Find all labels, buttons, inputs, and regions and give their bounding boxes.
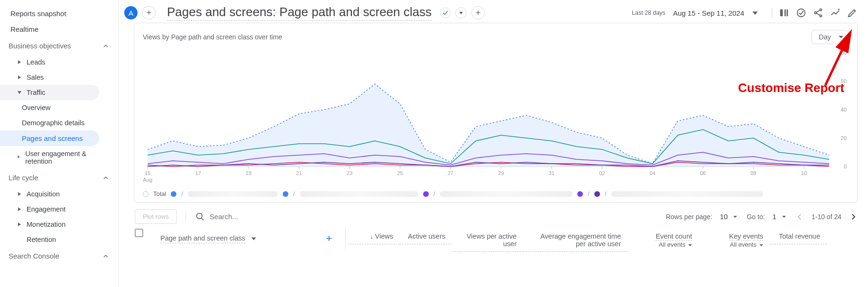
legend-redacted xyxy=(611,191,763,197)
search-icon xyxy=(195,212,205,222)
edit-icon[interactable] xyxy=(847,8,858,18)
main-area: A + Pages and screens: Page path and scr… xyxy=(119,0,868,287)
svg-text:80: 80 xyxy=(840,50,846,56)
add-dimension-button[interactable]: + xyxy=(326,232,337,245)
title-dropdown[interactable] xyxy=(455,7,467,19)
legend-redacted xyxy=(188,191,278,197)
annotation-label: Customise Report xyxy=(738,81,844,95)
th-avg-engagement[interactable]: Average engagement time per active user xyxy=(523,229,628,252)
quality-icon[interactable] xyxy=(796,8,806,18)
svg-text:31: 31 xyxy=(549,170,554,176)
svg-marker-8 xyxy=(752,11,757,15)
sidebar-realtime[interactable]: Realtime xyxy=(0,21,99,37)
sidebar-item-traffic-pages[interactable]: Pages and screens xyxy=(0,130,99,146)
share-icon[interactable] xyxy=(813,8,823,18)
sidebar-group-search-console[interactable]: Search Console xyxy=(0,247,118,265)
svg-text:02: 02 xyxy=(599,170,605,176)
table-header: Page path and screen class + ↓Views Acti… xyxy=(119,224,868,252)
line-chart: 02040608015Aug17192123252729310204060810 xyxy=(143,48,849,185)
caret-right-icon xyxy=(17,75,22,80)
go-to-select[interactable]: 1 xyxy=(773,213,788,221)
svg-point-53 xyxy=(196,213,202,219)
sidebar-item-traffic-overview[interactable]: Overview xyxy=(0,100,99,115)
prev-page-icon[interactable] xyxy=(795,213,804,221)
sidebar-group-business-label: Business objectives xyxy=(9,42,71,50)
chevron-up-icon xyxy=(102,42,110,50)
key-events-filter[interactable]: All events xyxy=(705,241,763,248)
caret-right-icon xyxy=(17,207,22,212)
th-active-users[interactable]: Active users xyxy=(400,229,452,244)
sidebar-group-lifecycle[interactable]: Life cycle xyxy=(0,169,118,186)
table-controls: Plot rows Rows per page: 10 Go to: 1 1-1… xyxy=(119,203,868,224)
sidebar-reports-snapshot[interactable]: Reports snapshot xyxy=(0,6,99,21)
next-page-icon[interactable] xyxy=(849,213,858,221)
chevron-down-icon xyxy=(459,10,463,15)
th-key-events[interactable]: Key events All events xyxy=(699,229,770,252)
segment-avatar[interactable]: A xyxy=(124,6,138,19)
sidebar-item-label: Monetization xyxy=(27,221,65,228)
th-event-count[interactable]: Event count All events xyxy=(628,229,699,252)
select-all-checkbox[interactable] xyxy=(135,229,143,237)
sidebar-item-retention[interactable]: Retention xyxy=(0,232,99,247)
sidebar-item-engagement[interactable]: Engagement xyxy=(0,202,99,217)
granularity-selector[interactable]: Day xyxy=(812,30,849,44)
chart-legend: Total / / / / / xyxy=(143,190,849,197)
svg-rect-10 xyxy=(785,9,786,17)
svg-marker-4 xyxy=(18,192,21,196)
svg-text:29: 29 xyxy=(498,170,504,176)
svg-text:25: 25 xyxy=(397,170,403,176)
date-range-picker[interactable]: Aug 15 - Sep 11, 2024 xyxy=(673,9,744,17)
svg-point-14 xyxy=(820,9,822,11)
th-views[interactable]: ↓Views xyxy=(348,229,400,244)
legend-total-label: Total xyxy=(153,190,166,197)
caret-right-icon xyxy=(17,192,22,196)
sidebar-item-traffic-demo[interactable]: Demographic details xyxy=(0,115,99,130)
legend-swatch xyxy=(283,191,288,197)
rows-per-page-select[interactable]: 10 xyxy=(720,213,739,221)
sidebar-group-business[interactable]: Business objectives xyxy=(0,37,118,55)
sidebar-item-acquisition[interactable]: Acquisition xyxy=(0,186,99,202)
sidebar-item-label: User engagement & retention xyxy=(25,150,91,165)
sidebar: Reports snapshot Realtime Business objec… xyxy=(0,0,119,287)
svg-line-17 xyxy=(816,13,820,16)
th-dimension-label: Page path and screen class xyxy=(160,234,245,243)
chart-card-title: Views by Page path and screen class over… xyxy=(143,33,282,41)
svg-marker-5 xyxy=(18,207,21,211)
event-count-filter[interactable]: All events xyxy=(634,241,692,248)
legend-redacted xyxy=(300,191,418,197)
th-total-revenue-label: Total revenue xyxy=(779,232,820,240)
svg-point-12 xyxy=(797,9,805,17)
chevron-down-icon[interactable] xyxy=(752,9,758,16)
svg-text:21: 21 xyxy=(296,170,302,176)
th-views-per-user[interactable]: Views per active user xyxy=(452,229,523,252)
plot-rows-button[interactable]: Plot rows xyxy=(135,209,177,224)
svg-text:0: 0 xyxy=(844,164,847,169)
sidebar-group-search-console-label: Search Console xyxy=(9,252,59,260)
chart-card: Views by Page path and screen class over… xyxy=(134,23,858,203)
svg-text:23: 23 xyxy=(347,170,352,176)
compare-icon[interactable] xyxy=(779,8,789,18)
sidebar-item-sales[interactable]: Sales xyxy=(0,70,99,85)
sidebar-item-leads[interactable]: Leads xyxy=(0,55,99,70)
sidebar-item-monetization[interactable]: Monetization xyxy=(0,217,99,232)
sidebar-item-label: Engagement xyxy=(27,205,65,213)
svg-text:27: 27 xyxy=(448,170,453,176)
th-dimension[interactable]: Page path and screen class + xyxy=(154,229,343,249)
add-segment-button[interactable]: + xyxy=(142,6,156,19)
th-views-label: Views xyxy=(375,232,393,240)
page-title: Pages and screens: Page path and screen … xyxy=(167,5,432,21)
add-comparison-button[interactable]: + xyxy=(471,6,485,19)
sidebar-group-lifecycle-label: Life cycle xyxy=(9,174,38,182)
svg-marker-2 xyxy=(18,91,21,94)
legend-swatch xyxy=(594,191,600,197)
sidebar-item-user-engagement[interactable]: User engagement & retention xyxy=(0,146,99,169)
th-total-revenue[interactable]: Total revenue xyxy=(770,229,827,244)
insights-icon[interactable] xyxy=(830,8,840,18)
pagination: Rows per page: 10 Go to: 1 1-10 of 24 xyxy=(666,213,858,221)
sidebar-item-traffic[interactable]: Traffic xyxy=(0,85,99,100)
table-search-input[interactable] xyxy=(210,213,352,221)
table-search xyxy=(185,212,657,222)
th-key-events-label: Key events xyxy=(729,232,763,241)
svg-text:17: 17 xyxy=(195,170,201,176)
svg-marker-0 xyxy=(18,60,21,64)
